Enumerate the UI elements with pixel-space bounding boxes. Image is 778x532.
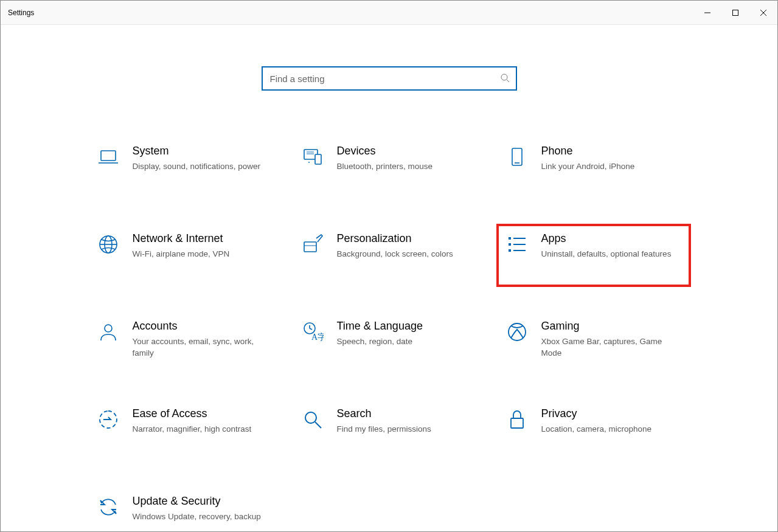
- tile-desc: Speech, region, date: [337, 336, 477, 348]
- tile-time-language[interactable]: Time & LanguageSpeech, region, date: [292, 311, 487, 375]
- search-icon: [500, 73, 510, 85]
- tile-text: SystemDisplay, sound, notifications, pow…: [133, 145, 273, 191]
- svg-line-5: [507, 80, 509, 82]
- tile-desc: Your accounts, email, sync, work, family: [133, 336, 273, 359]
- settings-grid: SystemDisplay, sound, notifications, pow…: [1, 136, 777, 531]
- tile-title: Network & Internet: [133, 232, 273, 246]
- tile-desc: Background, lock screen, colors: [337, 248, 477, 260]
- tile-devices[interactable]: DevicesBluetooth, printers, mouse: [292, 136, 487, 199]
- tile-search-tile[interactable]: SearchFind my files, permissions: [292, 399, 487, 462]
- tile-title: Apps: [541, 232, 681, 246]
- tile-title: Phone: [541, 145, 681, 158]
- search-input[interactable]: [270, 74, 500, 84]
- tile-title: Accounts: [133, 320, 273, 333]
- svg-point-4: [501, 74, 507, 80]
- apps-list-icon: [505, 232, 529, 278]
- tile-desc: Find my files, permissions: [337, 423, 477, 435]
- tile-text: AccountsYour accounts, email, sync, work…: [133, 320, 273, 366]
- tile-update-security[interactable]: Update & SecurityWindows Update, recover…: [88, 486, 282, 531]
- tile-privacy[interactable]: PrivacyLocation, camera, microphone: [496, 399, 691, 462]
- svg-rect-1: [733, 10, 738, 15]
- tile-desc: Wi-Fi, airplane mode, VPN: [133, 248, 273, 260]
- tile-title: Privacy: [541, 407, 681, 421]
- tile-personalization[interactable]: PersonalizationBackground, lock screen, …: [292, 224, 487, 287]
- devices-icon: [300, 145, 325, 191]
- tile-desc: Bluetooth, printers, mouse: [337, 161, 477, 173]
- tile-title: Search: [337, 407, 477, 421]
- tile-system[interactable]: SystemDisplay, sound, notifications, pow…: [88, 136, 282, 199]
- tile-text: Update & SecurityWindows Update, recover…: [133, 495, 273, 531]
- tile-title: System: [133, 145, 273, 158]
- tile-text: Network & InternetWi-Fi, airplane mode, …: [133, 232, 273, 278]
- search-container: [1, 66, 777, 91]
- xbox-icon: [505, 320, 529, 366]
- time-lang-icon: [300, 320, 325, 366]
- tile-title: Ease of Access: [133, 407, 273, 421]
- tile-title: Personalization: [337, 232, 477, 246]
- phone-icon: [505, 145, 529, 191]
- tile-title: Update & Security: [133, 495, 273, 508]
- tile-desc: Link your Android, iPhone: [541, 161, 681, 173]
- tile-desc: Xbox Game Bar, captures, Game Mode: [541, 336, 681, 359]
- titlebar: Settings: [1, 1, 777, 25]
- tile-text: PersonalizationBackground, lock screen, …: [337, 232, 477, 278]
- tile-desc: Uninstall, defaults, optional features: [541, 248, 681, 260]
- search-icon: [300, 407, 325, 454]
- tile-text: AppsUninstall, defaults, optional featur…: [541, 232, 681, 278]
- tile-desc: Location, camera, microphone: [541, 423, 681, 435]
- tile-text: PhoneLink your Android, iPhone: [541, 145, 681, 191]
- window-title: Settings: [1, 9, 34, 17]
- tile-title: Time & Language: [337, 320, 477, 333]
- content-area: SystemDisplay, sound, notifications, pow…: [1, 25, 777, 531]
- tile-ease-of-access[interactable]: Ease of AccessNarrator, magnifier, high …: [88, 399, 282, 462]
- paint-icon: [300, 232, 325, 278]
- tile-text: Ease of AccessNarrator, magnifier, high …: [133, 407, 273, 454]
- minimize-button[interactable]: [693, 3, 721, 22]
- person-icon: [96, 320, 120, 366]
- tile-accounts[interactable]: AccountsYour accounts, email, sync, work…: [88, 311, 282, 375]
- maximize-button[interactable]: [721, 3, 749, 22]
- globe-icon: [96, 232, 120, 278]
- accessibility-icon: [96, 407, 120, 454]
- tile-desc: Windows Update, recovery, backup: [133, 511, 273, 523]
- tile-text: DevicesBluetooth, printers, mouse: [337, 145, 477, 191]
- close-button[interactable]: [749, 3, 777, 22]
- tile-text: SearchFind my files, permissions: [337, 407, 477, 454]
- tile-gaming[interactable]: GamingXbox Game Bar, captures, Game Mode: [496, 311, 691, 375]
- search-box[interactable]: [262, 66, 517, 91]
- sync-icon: [96, 495, 120, 531]
- tile-text: GamingXbox Game Bar, captures, Game Mode: [541, 320, 681, 366]
- tile-desc: Display, sound, notifications, power: [133, 161, 273, 173]
- tile-text: Time & LanguageSpeech, region, date: [337, 320, 477, 366]
- lock-icon: [505, 407, 529, 454]
- tile-title: Gaming: [541, 320, 681, 333]
- tile-text: PrivacyLocation, camera, microphone: [541, 407, 681, 454]
- tile-title: Devices: [337, 145, 477, 158]
- tile-desc: Narrator, magnifier, high contrast: [133, 423, 273, 435]
- tile-network[interactable]: Network & InternetWi-Fi, airplane mode, …: [88, 224, 282, 287]
- tile-phone[interactable]: PhoneLink your Android, iPhone: [496, 136, 691, 199]
- tile-apps[interactable]: AppsUninstall, defaults, optional featur…: [496, 224, 691, 287]
- laptop-icon: [96, 145, 120, 191]
